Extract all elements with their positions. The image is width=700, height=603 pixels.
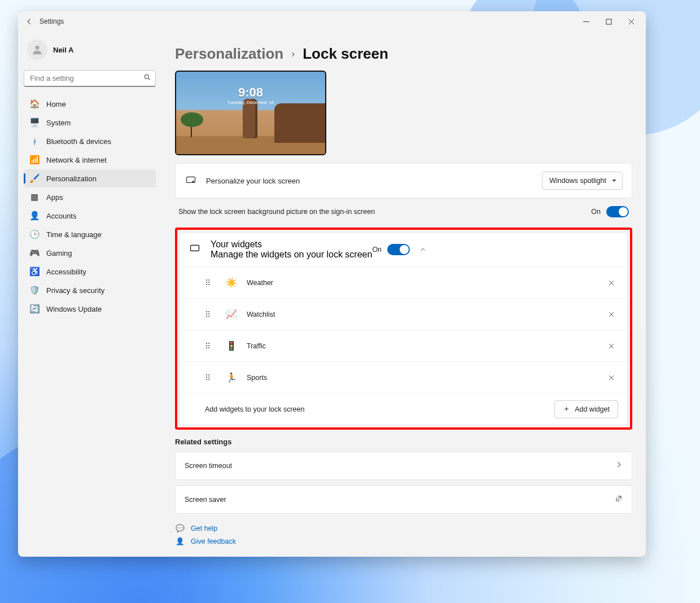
sidebar-item-time[interactable]: 🕒Time & language xyxy=(24,225,156,243)
chevron-right-icon xyxy=(615,461,623,469)
feedback-icon: 👤 xyxy=(175,537,185,545)
window-title: Settings xyxy=(40,18,64,25)
avatar xyxy=(27,40,47,60)
svg-point-2 xyxy=(35,46,39,50)
sidebar-item-label: Gaming xyxy=(46,249,72,257)
drag-handle-icon[interactable]: ⠿ xyxy=(205,344,215,348)
signin-bg-label: Show the lock screen background picture … xyxy=(178,208,591,216)
sidebar-item-label: Time & language xyxy=(46,230,102,239)
search-input[interactable] xyxy=(24,70,156,87)
profile-block[interactable]: Neil A xyxy=(24,36,156,70)
personalize-dropdown[interactable]: Windows spotlight xyxy=(542,172,623,190)
sidebar-item-update[interactable]: 🔄Windows Update xyxy=(24,300,156,318)
sidebar: Neil A 🏠Home🖥️SystemᚼBluetooth & devices… xyxy=(18,32,161,557)
chevron-right-icon: › xyxy=(291,48,295,60)
breadcrumb-current: Lock screen xyxy=(303,45,388,63)
sidebar-item-gaming[interactable]: 🎮Gaming xyxy=(24,244,156,262)
related-label: Screen timeout xyxy=(185,462,615,470)
widget-row-weather: ⠿ ☀️ Weather xyxy=(180,266,627,298)
search-icon xyxy=(143,73,151,84)
sidebar-item-accounts[interactable]: 👤Accounts xyxy=(24,207,156,225)
drag-handle-icon[interactable]: ⠿ xyxy=(205,313,215,316)
widgets-header[interactable]: Your widgets Manage the widgets on your … xyxy=(180,233,627,266)
widget-name: Traffic xyxy=(247,342,605,350)
sidebar-item-privacy[interactable]: 🛡️Privacy & security xyxy=(24,281,156,299)
home-icon: 🏠 xyxy=(29,99,40,109)
signin-bg-toggle[interactable] xyxy=(606,206,629,217)
plus-icon: ＋ xyxy=(563,404,570,414)
personalization-icon: 🖌️ xyxy=(29,173,40,183)
widgets-toggle[interactable] xyxy=(387,244,410,255)
personalize-card: Personalize your lock screen Windows spo… xyxy=(175,163,632,198)
sidebar-item-apps[interactable]: ▦Apps xyxy=(24,188,156,206)
help-icon: 💬 xyxy=(175,524,185,532)
related-screen-saver[interactable]: Screen saver xyxy=(175,486,632,514)
sidebar-item-bluetooth[interactable]: ᚼBluetooth & devices xyxy=(24,132,156,150)
lockscreen-preview[interactable]: 9:08 Tuesday, December 10 xyxy=(175,71,326,155)
signin-bg-row: Show the lock screen background picture … xyxy=(175,198,632,225)
sidebar-item-label: System xyxy=(46,119,71,127)
system-icon: 🖥️ xyxy=(29,117,40,128)
footer-links: 💬 Get help 👤 Give feedback xyxy=(175,524,632,545)
drag-handle-icon[interactable]: ⠿ xyxy=(205,376,215,379)
apps-icon: ▦ xyxy=(29,192,40,202)
svg-point-3 xyxy=(145,75,148,78)
sidebar-item-system[interactable]: 🖥️System xyxy=(24,113,156,132)
breadcrumb-parent[interactable]: Personalization xyxy=(175,45,283,63)
back-arrow-icon xyxy=(25,18,33,25)
get-help-link[interactable]: 💬 Get help xyxy=(175,524,632,532)
bluetooth-icon: ᚼ xyxy=(29,136,40,146)
svg-rect-6 xyxy=(191,245,199,251)
monitor-icon xyxy=(185,174,197,187)
close-button[interactable] xyxy=(620,12,642,30)
remove-widget-button[interactable] xyxy=(605,308,618,321)
titlebar: Settings xyxy=(18,11,646,32)
sidebar-item-home[interactable]: 🏠Home xyxy=(24,95,156,113)
sidebar-item-label: Apps xyxy=(46,193,63,202)
maximize-button[interactable] xyxy=(597,12,620,30)
network-icon: 📶 xyxy=(29,155,40,165)
widgets-icon xyxy=(189,243,202,256)
widget-row-watchlist: ⠿ 📈 Watchlist xyxy=(180,298,627,330)
sidebar-item-label: Bluetooth & devices xyxy=(46,137,111,146)
svg-rect-1 xyxy=(606,19,611,24)
time-icon: 🕒 xyxy=(29,229,40,239)
annotation-highlight: Your widgets Manage the widgets on your … xyxy=(175,228,632,430)
remove-widget-button[interactable] xyxy=(605,276,618,290)
widgets-subtitle: Manage the widgets on your lock screen xyxy=(211,250,372,260)
sidebar-item-label: Windows Update xyxy=(46,305,102,313)
preview-clock: 9:08 xyxy=(176,85,325,100)
main-content: Personalization › Lock screen 9:08 Tuesd… xyxy=(161,32,646,557)
add-widget-row: Add widgets to your lock screen ＋ Add wi… xyxy=(180,393,627,425)
expand-chevron-up-icon[interactable] xyxy=(418,244,428,255)
user-name: Neil A xyxy=(53,46,73,54)
svg-rect-0 xyxy=(583,21,589,22)
widget-name: Weather xyxy=(247,279,605,287)
sidebar-item-label: Accessibility xyxy=(46,268,86,276)
search-box xyxy=(24,70,156,87)
sidebar-item-label: Network & internet xyxy=(46,156,107,164)
privacy-icon: 🛡️ xyxy=(29,285,40,295)
give-feedback-link[interactable]: 👤 Give feedback xyxy=(175,537,632,545)
back-button[interactable] xyxy=(21,14,37,29)
traffic-icon: 🚦 xyxy=(225,340,238,352)
widget-name: Watchlist xyxy=(247,311,605,318)
remove-widget-button[interactable] xyxy=(605,339,618,353)
signin-bg-state: On xyxy=(591,208,601,216)
widgets-title: Your widgets xyxy=(211,239,372,250)
nav-list: 🏠Home🖥️SystemᚼBluetooth & devices📶Networ… xyxy=(24,95,156,318)
sidebar-item-accessibility[interactable]: ♿Accessibility xyxy=(24,263,156,281)
related-label: Screen saver xyxy=(185,496,615,504)
add-widget-button-label: Add widget xyxy=(575,405,610,413)
remove-widget-button[interactable] xyxy=(605,371,618,384)
drag-handle-icon[interactable]: ⠿ xyxy=(205,281,215,285)
add-widget-button[interactable]: ＋ Add widget xyxy=(554,400,618,418)
person-icon xyxy=(31,43,43,56)
sidebar-item-personalization[interactable]: 🖌️Personalization xyxy=(24,169,156,187)
weather-icon: ☀️ xyxy=(225,277,238,289)
maximize-icon xyxy=(606,19,612,25)
minimize-button[interactable] xyxy=(575,12,597,30)
sidebar-item-network[interactable]: 📶Network & internet xyxy=(24,151,156,169)
related-screen-timeout[interactable]: Screen timeout xyxy=(175,452,632,480)
accounts-icon: 👤 xyxy=(29,211,40,221)
